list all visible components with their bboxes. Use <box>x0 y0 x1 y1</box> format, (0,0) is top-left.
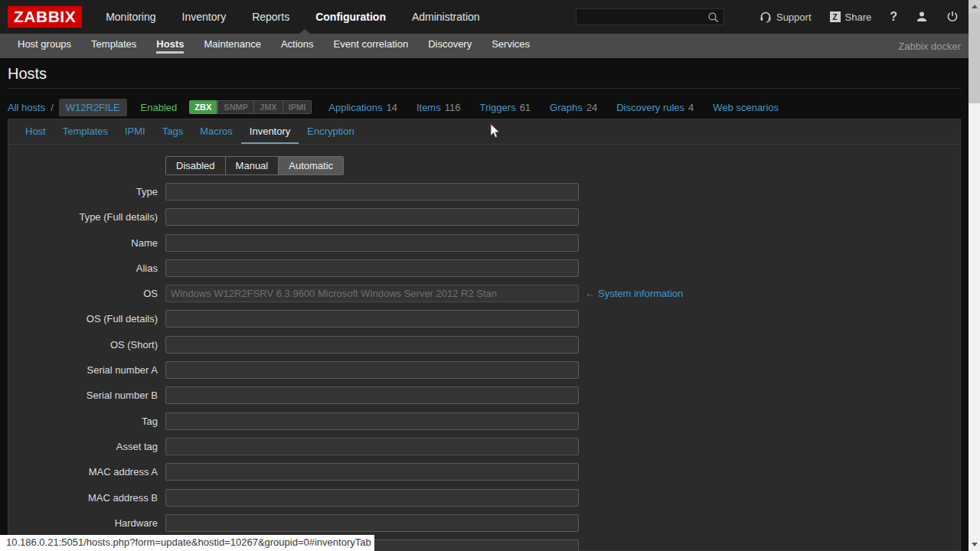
inventory-field-row: Hardware <box>8 514 960 532</box>
label-name: Name <box>8 237 158 249</box>
global-search <box>576 8 724 25</box>
label-asset-tag: Asset tag <box>8 441 158 452</box>
label-os: OS <box>8 288 158 299</box>
profile-button[interactable] <box>916 11 928 23</box>
share-icon: Z <box>830 11 841 22</box>
zabbix-logo[interactable]: ZABBIX <box>8 6 82 28</box>
scroll-down-arrow[interactable] <box>969 538 980 551</box>
subnav-item-hosts[interactable]: Hosts <box>146 38 194 54</box>
host-name-chip[interactable]: W12R2FILE <box>59 99 127 116</box>
tab-tags[interactable]: Tags <box>154 119 191 144</box>
menu-item-monitoring[interactable]: Monitoring <box>93 0 168 34</box>
host-navigation-bar: All hosts / W12R2FILE Enabled ZBX SNMPJM… <box>8 97 798 117</box>
count-triggers: 61 <box>520 102 531 113</box>
link-discovery-rules[interactable]: Discovery rules <box>616 102 684 113</box>
input-serial-number-b[interactable] <box>165 386 579 404</box>
link-graphs[interactable]: Graphs <box>550 102 583 113</box>
link-applications[interactable]: Applications <box>328 102 382 113</box>
input-tag[interactable] <box>165 412 579 430</box>
jmx-interface-badge: JMX <box>253 101 283 113</box>
tab-templates[interactable]: Templates <box>54 119 116 144</box>
menu-item-administration[interactable]: Administration <box>399 0 493 34</box>
breadcrumb-all-hosts-link[interactable]: All hosts <box>8 102 45 113</box>
scroll-up-arrow[interactable] <box>969 0 980 13</box>
scrollbar-thumb[interactable] <box>969 13 980 103</box>
label-alias: Alias <box>8 262 158 274</box>
link-items[interactable]: Items <box>416 102 441 113</box>
input-serial-number-a[interactable] <box>165 361 579 379</box>
label-tag: Tag <box>8 416 158 427</box>
input-os-full-details[interactable] <box>165 310 579 328</box>
active-menu-caret <box>299 29 310 34</box>
subnav-item-host-groups[interactable]: Host groups <box>8 38 81 54</box>
title-divider <box>8 88 961 89</box>
subnav-item-templates[interactable]: Templates <box>81 38 146 54</box>
top-navigation-bar: ZABBIX MonitoringInventoryReportsConfigu… <box>0 0 980 34</box>
input-type-full-details[interactable] <box>165 208 579 226</box>
subnav-item-maintenance[interactable]: Maintenance <box>194 38 270 54</box>
label-type: Type <box>8 186 158 197</box>
tab-host[interactable]: Host <box>17 119 54 144</box>
count-discovery-rules: 4 <box>688 102 694 113</box>
input-name[interactable] <box>165 234 579 252</box>
inventory-field-row: MAC address B <box>8 489 960 507</box>
support-button[interactable]: Support <box>760 11 812 23</box>
label-os-full-details: OS (Full details) <box>8 313 158 324</box>
input-type[interactable] <box>165 183 579 201</box>
label-mac-address-b: MAC address B <box>8 492 158 504</box>
share-button[interactable]: Z Share <box>830 11 872 23</box>
inventory-field-row: OS ←System information <box>8 285 960 302</box>
input-os-short[interactable] <box>165 336 579 354</box>
inventory-mode-disabled[interactable]: Disabled <box>166 157 226 174</box>
inventory-form: Type Type (Full details) Name Alias <box>8 183 960 551</box>
tab-ipmi[interactable]: IPMI <box>116 119 154 144</box>
subnav-item-actions[interactable]: Actions <box>271 38 324 54</box>
input-mac-address-a[interactable] <box>165 463 579 481</box>
inventory-field-row: Type (Full details) <box>8 208 960 226</box>
link-triggers[interactable]: Triggers <box>479 102 515 113</box>
share-label: Share <box>845 11 872 23</box>
menu-item-configuration[interactable]: Configuration <box>302 0 399 34</box>
inventory-field-row: OS (Short) <box>8 336 960 354</box>
tab-inventory[interactable]: Inventory <box>241 119 299 144</box>
label-serial-number-b: Serial number B <box>8 390 158 401</box>
input-hardware[interactable] <box>165 514 579 532</box>
help-icon: ? <box>890 10 897 24</box>
ipmi-interface-badge: IPMI <box>283 101 312 113</box>
label-mac-address-a: MAC address A <box>8 466 158 478</box>
snmp-interface-badge: SNMP <box>217 101 253 113</box>
inventory-mode-automatic[interactable]: Automatic <box>279 157 343 174</box>
input-asset-tag[interactable] <box>165 438 579 455</box>
inventory-field-row: OS (Full details) <box>8 310 960 328</box>
inventory-field-row: Type <box>8 183 960 201</box>
menu-item-inventory[interactable]: Inventory <box>169 0 240 34</box>
inventory-mode-segmented-control: DisabledManualAutomatic <box>165 156 344 175</box>
inventory-mode-manual[interactable]: Manual <box>226 157 279 174</box>
user-icon <box>916 11 928 23</box>
input-os[interactable] <box>165 285 579 302</box>
host-status-badge: Enabled <box>141 102 178 113</box>
inventory-field-row: Serial number A <box>8 361 960 379</box>
inventory-field-row: Name <box>8 234 960 252</box>
vertical-scrollbar[interactable] <box>969 0 980 551</box>
inventory-field-row: Asset tag <box>8 438 960 455</box>
search-icon[interactable] <box>707 11 720 24</box>
count-items: 116 <box>445 102 461 113</box>
link-web-scenarios[interactable]: Web scenarios <box>713 102 779 113</box>
logout-button[interactable] <box>946 11 959 23</box>
help-button[interactable]: ? <box>890 10 897 24</box>
subnav-item-event-correlation[interactable]: Event correlation <box>324 38 419 54</box>
breadcrumb-separator: / <box>51 102 54 113</box>
search-input[interactable] <box>577 9 724 24</box>
tab-macros[interactable]: Macros <box>191 119 241 144</box>
system-information-link[interactable]: System information <box>598 288 683 299</box>
input-alias[interactable] <box>165 259 579 277</box>
subnav-item-services[interactable]: Services <box>482 38 540 54</box>
subnav-item-discovery[interactable]: Discovery <box>418 38 482 54</box>
configuration-subnav: Zabbix docker Host groupsTemplatesHostsM… <box>0 34 980 58</box>
interface-availability-badges: ZBX SNMPJMXIPMI <box>189 100 312 114</box>
count-graphs: 24 <box>586 102 597 113</box>
tab-encryption[interactable]: Encryption <box>299 119 362 144</box>
menu-item-reports[interactable]: Reports <box>239 0 302 34</box>
input-mac-address-b[interactable] <box>165 489 579 507</box>
